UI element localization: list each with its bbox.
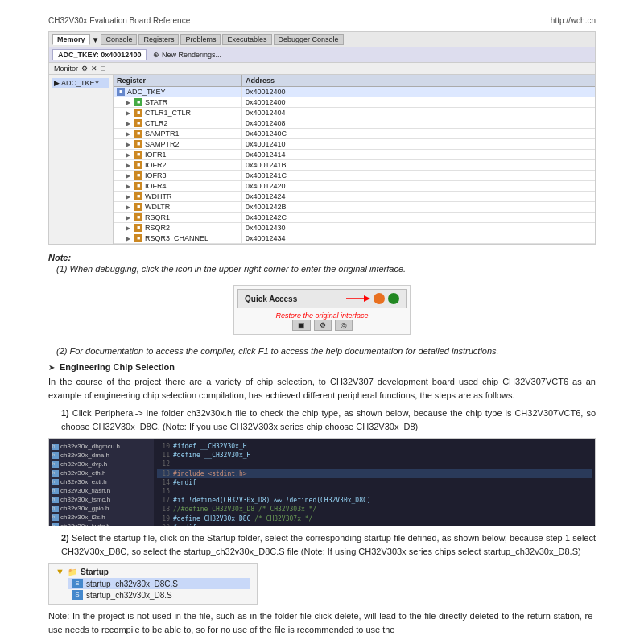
line-num: 11 (157, 451, 170, 460)
row-addr: 0x40012404 (242, 108, 595, 118)
table-row: ▶ ■ WDHTR 0x40012424 (114, 192, 595, 202)
row-name: ▶ ■ CTLR1_CTLR (114, 108, 242, 118)
code-file-item[interactable]: h ch32v30x_gpio.h (52, 504, 151, 513)
table-row: ▶ ■ WDLTR 0x4001242B (114, 202, 595, 213)
expand-arrow[interactable]: ▶ (126, 204, 132, 211)
qa-btn-2[interactable]: ⚙ (314, 320, 332, 331)
row-icon-orange: ■ (134, 119, 142, 127)
row-name: ▶ ■ IOFR1 (114, 150, 242, 159)
tab-adc-tkey[interactable]: ADC_TKEY: 0x40012400 (52, 49, 147, 60)
row-icon-orange: ■ (134, 140, 142, 148)
code-text: #endif (173, 478, 196, 487)
numbered-step-2: 2) Select the startup file, click on the… (48, 531, 596, 558)
monitor-icon2[interactable]: ✕ (91, 64, 97, 72)
code-file-item[interactable]: h ch32v30x_eth.h (52, 469, 151, 477)
code-line: 12 (157, 460, 592, 469)
table-row: ▶ ■ SAMPTR2 0x40012410 (114, 139, 595, 150)
startup-folder-icon2: 📁 (68, 568, 77, 576)
file-icon: h (52, 514, 59, 521)
line-num: 10 (157, 442, 170, 451)
code-line: 15 (157, 487, 592, 496)
arrow-svg (346, 292, 370, 305)
file-name: ch32v30x_i2s.h (60, 514, 105, 521)
file-icon: h (52, 461, 59, 468)
code-file-item[interactable]: h ch32v30x_fsmc.h (52, 495, 151, 504)
row-addr: 0x4001242C (242, 213, 595, 222)
code-file-item[interactable]: h ch32v30x_exti.h (52, 477, 151, 486)
row-icon-green: ■ (134, 98, 142, 106)
expand-arrow[interactable]: ▶ (126, 109, 132, 117)
toolbar-console[interactable]: Console (101, 34, 137, 45)
expand-arrow[interactable]: ▶ (126, 235, 132, 242)
toolbar-memory[interactable]: Memory (52, 34, 90, 45)
s-file-icon-2: S (72, 590, 83, 600)
row-icon-orange: ■ (134, 234, 142, 242)
step1-text: Click Peripheral-> ine folder ch32v30x.h… (61, 408, 596, 431)
s-file-icon-1: S (72, 579, 83, 588)
table-row: ▶ ■ IOFR3 0x4001241C (114, 171, 595, 181)
qa-btn-1[interactable]: ▣ (292, 320, 311, 331)
expand-arrow[interactable]: ▶ (126, 141, 132, 148)
file-icon: h (52, 479, 59, 485)
qa-icon-green[interactable] (388, 293, 399, 304)
monitor-icon1[interactable]: ⚙ (81, 64, 88, 72)
tab-new-renderings[interactable]: ⊕ New Renderings... (153, 51, 221, 59)
startup-file-2[interactable]: S startup_ch32v30x_D8.S (68, 589, 250, 601)
toolbar-problems[interactable]: Problems (180, 34, 221, 45)
toolbar-registers[interactable]: Registers (138, 34, 179, 45)
code-file-item[interactable]: h ch32v30x_dvp.h (52, 460, 151, 469)
row-name: ▶ ■ RSQR2 (114, 223, 242, 233)
code-text: #endif (173, 523, 196, 526)
row-label: CTLR2 (145, 119, 168, 127)
row-label: STATR (145, 98, 167, 106)
row-icon-orange: ■ (134, 171, 142, 180)
row-name: ▶ ■ IOFR4 (114, 181, 242, 191)
toolbar-debugger-console[interactable]: Debugger Console (274, 34, 344, 45)
code-text: #ifdef __CH32V30x_H (173, 442, 247, 451)
table-area: ▶ ADC_TKEY Register Address ■ ADC_TKEY 0… (49, 75, 595, 244)
code-text: #define CH32V30x_D8C /* CH32V307x */ (173, 514, 312, 523)
table-row: ▶ ■ CTLR1_CTLR 0x40012404 (114, 108, 595, 118)
folder-icon: ▼ (56, 567, 64, 576)
startup-file-1[interactable]: S startup_ch32v30x_D8C.S (68, 578, 250, 589)
toolbar-executables[interactable]: Executables (222, 34, 271, 45)
code-file-item[interactable]: h ch32v30x_dma.h (52, 451, 151, 460)
row-icon-orange: ■ (134, 161, 142, 169)
reg-table-header: Register Address (114, 75, 595, 87)
file-icon: h (52, 444, 59, 450)
row-name: ▶ ■ IOFR2 (114, 160, 242, 170)
file-icon: h (52, 488, 59, 494)
line-num: 13 (157, 469, 170, 478)
code-file-item[interactable]: h ch32v30x_iwdg.h (52, 522, 151, 526)
code-file-item[interactable]: h ch32v30x_dbgmcu.h (52, 442, 151, 451)
note-section: Note: (1) When debugging, click the icon… (48, 253, 596, 274)
quick-access-label: Quick Access (245, 295, 297, 303)
tree-item-adc-tkey[interactable]: ▶ ADC_TKEY (52, 78, 109, 88)
row-icon-orange: ■ (134, 213, 142, 221)
qa-icon-orange[interactable] (374, 293, 385, 304)
row-name: ▶ ■ WDHTR (114, 192, 242, 201)
table-row: ▶ ■ RSQR2 0x40012430 (114, 223, 595, 233)
row-label: RSQR2 (145, 224, 170, 232)
code-file-item[interactable]: h ch32v30x_flash.h (52, 486, 151, 495)
expand-arrow[interactable]: ▶ (126, 172, 132, 180)
expand-arrow[interactable]: ▶ (126, 193, 132, 200)
expand-arrow[interactable]: ▶ (126, 151, 132, 159)
code-file-item[interactable]: h ch32v30x_i2s.h (52, 513, 151, 522)
row-label: IOFR1 (145, 151, 167, 159)
line-num: 17 (157, 496, 170, 505)
expand-arrow[interactable]: ▶ (126, 214, 132, 221)
line-num: 18 (157, 505, 170, 514)
expand-arrow[interactable]: ▶ (126, 120, 132, 127)
expand-arrow[interactable]: ▶ (126, 162, 132, 169)
expand-arrow[interactable]: ▶ (126, 99, 132, 106)
monitor-icon3[interactable]: □ (101, 64, 105, 72)
row-icon-orange: ■ (134, 109, 142, 117)
line-num: 20 (157, 523, 170, 526)
row-label: WDHTR (145, 192, 172, 200)
expand-arrow[interactable]: ▶ (126, 130, 132, 138)
expand-arrow[interactable]: ▶ (126, 183, 132, 190)
expand-arrow[interactable]: ▶ (126, 225, 132, 232)
tab-row: ADC_TKEY: 0x40012400 ⊕ New Renderings... (49, 47, 595, 63)
qa-btn-3[interactable]: ◎ (335, 320, 353, 331)
